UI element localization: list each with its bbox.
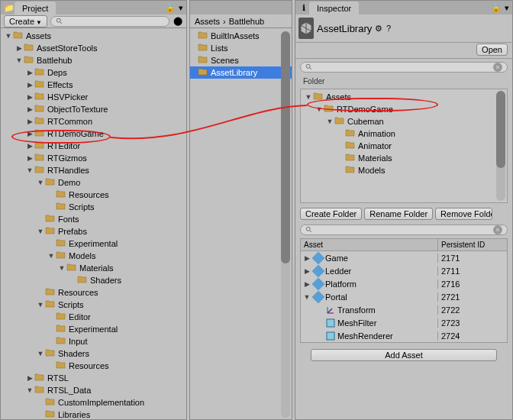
foldout-icon[interactable]: ▶ [302, 280, 311, 288]
table-row[interactable]: ▼Portal2721 [301, 290, 507, 303]
table-row[interactable]: ▶Platform2716 [301, 277, 507, 290]
list-item[interactable]: Scenes [190, 54, 292, 66]
tree-row[interactable]: ▶RTDemoGame [1, 128, 186, 140]
create-folder-button[interactable]: Create Folder [300, 208, 362, 220]
tree-row[interactable]: Models [301, 164, 507, 176]
foldout-icon[interactable]: ▶ [25, 105, 34, 113]
tree-row[interactable]: ▶Effects [1, 79, 186, 91]
tree-row[interactable]: ▶AssetStoreTools [1, 42, 186, 54]
foldout-icon[interactable]: ▼ [57, 264, 66, 272]
foldout-icon[interactable]: ▼ [25, 386, 34, 394]
tree-row[interactable]: Experimental [1, 323, 186, 335]
list-item[interactable]: AssetLibrary [190, 66, 292, 79]
tree-row[interactable]: ▼RTDemoGame [301, 103, 507, 115]
tree-row[interactable]: Scripts [1, 201, 186, 213]
tree-row[interactable]: CustomImplementation [1, 396, 186, 409]
list-item[interactable]: Lists [190, 42, 292, 54]
tree-row[interactable]: ▶RTEditor [1, 140, 186, 152]
tree-row[interactable]: Resources [1, 286, 186, 299]
list-item[interactable]: BuiltInAssets [190, 30, 292, 42]
breadcrumb-item[interactable]: Battlehub [229, 17, 264, 26]
tree-row[interactable]: ▼Assets [1, 30, 186, 42]
clear-icon[interactable]: × [493, 225, 502, 234]
lock-icon[interactable]: 🔒 [165, 2, 176, 13]
open-button[interactable]: Open [476, 44, 508, 56]
foldout-icon[interactable]: ▼ [315, 105, 324, 113]
inspector-tab[interactable]: Inspector [309, 2, 359, 15]
tree-row[interactable]: Resources [1, 360, 186, 372]
tree-row[interactable]: Shaders [1, 274, 186, 286]
table-row[interactable]: ▶Ledder2711 [301, 264, 507, 277]
foldout-icon[interactable]: ▼ [47, 252, 56, 260]
tree-row[interactable]: ▼Demo [1, 176, 186, 189]
foldout-icon[interactable]: ▶ [25, 154, 34, 162]
add-asset-button[interactable]: Add Asset [311, 349, 497, 361]
foldout-icon[interactable]: ▶ [25, 81, 34, 89]
foldout-icon[interactable]: ▼ [36, 350, 45, 357]
clear-icon[interactable]: × [493, 63, 502, 72]
table-row[interactable]: MeshFilter2723 [301, 316, 507, 329]
foldout-icon[interactable]: ▼ [15, 57, 24, 64]
foldout-icon[interactable]: ▶ [25, 118, 34, 125]
tree-row[interactable]: Experimental [1, 237, 186, 250]
breadcrumb-item[interactable]: Assets [195, 17, 220, 26]
table-row[interactable]: MeshRenderer2724 [301, 329, 507, 342]
panel-menu-icon[interactable]: ▾ [502, 2, 512, 13]
foldout-icon[interactable]: ▶ [302, 254, 311, 262]
table-row[interactable]: Transform2722 [301, 303, 507, 316]
col-asset-header[interactable]: Asset [301, 239, 438, 250]
lock-icon[interactable]: 🔒 [491, 2, 502, 13]
tree-row[interactable]: ▼Assets [301, 91, 507, 103]
preset-icon[interactable]: ⚙ [375, 23, 382, 34]
scrollbar[interactable] [281, 31, 290, 418]
project-search-input[interactable] [50, 16, 169, 27]
foldout-icon[interactable]: ▶ [25, 93, 34, 101]
foldout-icon[interactable]: ▼ [302, 293, 311, 301]
filter-icon[interactable]: ⬤ [173, 16, 183, 27]
tree-row[interactable]: ▶RTGizmos [1, 152, 186, 164]
tree-row[interactable]: Fonts [1, 213, 186, 225]
tree-row[interactable]: ▼Prefabs [1, 225, 186, 237]
tree-row[interactable]: Resources [1, 189, 186, 201]
help-icon[interactable]: ? [386, 23, 392, 34]
asset-search[interactable]: × [300, 225, 508, 235]
col-id-header[interactable]: Persistent ID [438, 239, 507, 250]
tree-row[interactable]: ▼RTSL_Data [1, 384, 186, 396]
foldout-icon[interactable]: ▼ [325, 118, 334, 125]
tree-row[interactable]: ▼Materials [1, 262, 186, 274]
create-button[interactable]: Create▼ [4, 15, 47, 27]
tree-row[interactable]: Materials [301, 152, 507, 164]
foldout-icon[interactable]: ▶ [25, 69, 34, 76]
panel-menu-icon[interactable]: ▾ [176, 2, 186, 13]
tree-row[interactable]: Animator [301, 140, 507, 152]
foldout-icon[interactable]: ▼ [304, 93, 313, 101]
tree-row[interactable]: ▼RTHandles [1, 164, 186, 176]
scrollbar[interactable] [496, 91, 505, 201]
tree-row[interactable]: ▼Cubeman [301, 115, 507, 128]
foldout-icon[interactable]: ▶ [302, 267, 311, 275]
tree-row[interactable]: ▼Scripts [1, 299, 186, 311]
foldout-icon[interactable]: ▶ [25, 130, 34, 137]
foldout-icon[interactable]: ▶ [15, 44, 24, 52]
tree-row[interactable]: ▼Shaders [1, 347, 186, 360]
tree-row[interactable]: Animation [301, 128, 507, 140]
inspector-search-top[interactable]: × [300, 62, 508, 73]
tree-row[interactable]: ▼Models [1, 250, 186, 262]
tree-row[interactable]: ▼Battlehub [1, 54, 186, 66]
remove-folder-button[interactable]: Remove Folder [435, 208, 492, 220]
project-tab[interactable]: Project [15, 2, 56, 15]
tree-row[interactable]: ▶RTSL [1, 372, 186, 384]
tree-row[interactable]: Input [1, 335, 186, 347]
tree-row[interactable]: Editor [1, 311, 186, 323]
foldout-icon[interactable]: ▼ [36, 301, 45, 309]
foldout-icon[interactable]: ▶ [25, 142, 34, 150]
foldout-icon[interactable]: ▶ [25, 374, 34, 382]
tree-row[interactable]: ▶Deps [1, 66, 186, 79]
foldout-icon[interactable]: ▼ [36, 179, 45, 186]
tree-row[interactable]: ▶HSVPicker [1, 91, 186, 103]
rename-folder-button[interactable]: Rename Folder [364, 208, 433, 220]
foldout-icon[interactable]: ▼ [4, 32, 13, 40]
table-row[interactable]: ▶Game2171 [301, 251, 507, 264]
foldout-icon[interactable]: ▼ [25, 166, 34, 174]
tree-row[interactable]: ▶ObjectToTexture [1, 103, 186, 115]
